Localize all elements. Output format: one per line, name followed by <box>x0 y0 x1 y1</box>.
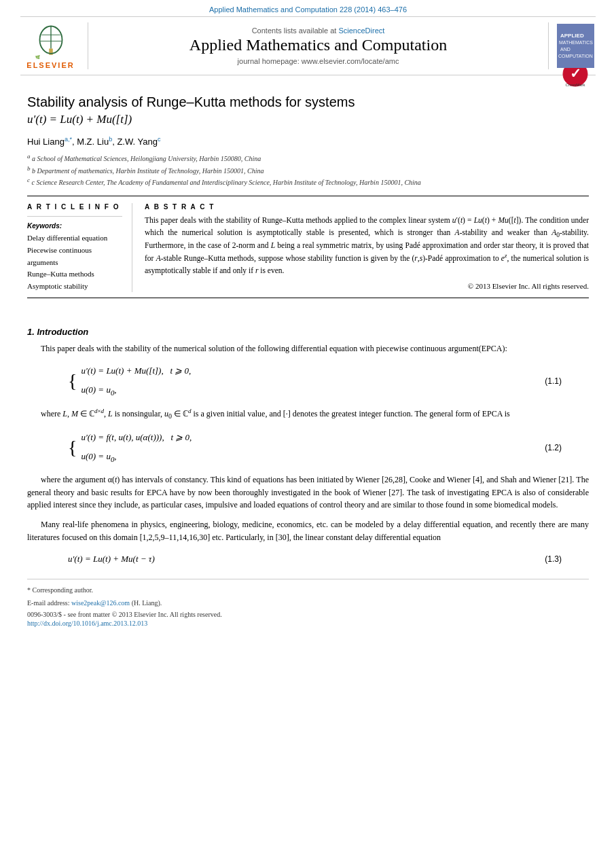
email-label: E-mail address: <box>27 599 69 607</box>
journal-ref-text: Applied Mathematics and Computation 228 … <box>209 5 407 14</box>
affiliation-a: a a School of Mathematical Sciences, Hei… <box>27 152 589 164</box>
footer-copyright: 0096-3003/$ - see front matter © 2013 El… <box>27 611 589 618</box>
amc-logo-icon: APPLIED MATHEMATICS AND COMPUTATION <box>557 24 594 68</box>
abstract-text: This paper deals with the stability of R… <box>145 215 589 276</box>
svg-text:COMPUTATION: COMPUTATION <box>558 54 593 58</box>
eq2-content: { u′(t) = f(t, u(t), u(α(t))), t ⩾ 0, u(… <box>68 429 562 467</box>
eq3-content: u′(t) = Lu(t) + Mu(t − τ) <box>68 550 562 568</box>
article-body: ✓ CrossMark Stability analysis of Runge–… <box>0 75 616 317</box>
keyword-1: Delay differential equation <box>27 232 122 245</box>
intro-para-2: where L, M ∈ ℂd×d, L is nonsingular, u0 … <box>27 407 589 422</box>
authors-line: Hui Lianga,*, M.Z. Liub, Z.W. Yangc <box>27 136 589 147</box>
svg-text:AND: AND <box>560 47 570 52</box>
svg-text:APPLIED: APPLIED <box>560 33 584 39</box>
eq2-lines: u′(t) = f(t, u(t), u(α(t))), t ⩾ 0, u(0)… <box>81 429 192 467</box>
abstract-copyright: © 2013 Elsevier Inc. All rights reserved… <box>145 282 589 290</box>
email-link[interactable]: wise2peak@126.com <box>71 599 130 607</box>
eq1-number: (1.1) <box>545 376 562 386</box>
equation-1-2: { u′(t) = f(t, u(t), u(α(t))), t ⩾ 0, u(… <box>68 429 562 467</box>
intro-para-3: where the argument α(t) has intervals of… <box>27 473 589 512</box>
article-title-math: u′(t) = Lu(t) + Mu([t]) <box>27 113 589 126</box>
eq2-line1: u′(t) = f(t, u(t), u(α(t))), t ⩾ 0, <box>81 429 192 446</box>
eq1-lines: u′(t) = Lu(t) + Mu([t]), t ⩾ 0, u(0) = u… <box>81 362 191 400</box>
divider-thick-2 <box>27 298 589 298</box>
affiliation-b: b b Department of mathematics, Harbin In… <box>27 164 589 176</box>
affiliations: a a School of Mathematical Sciences, Hei… <box>27 152 589 187</box>
footer-divider <box>27 579 589 579</box>
svg-text:MATHEMATICS: MATHEMATICS <box>559 40 593 45</box>
email-suffix: (H. Liang). <box>132 599 162 607</box>
contents-text: Contents lists available at <box>252 26 337 35</box>
eq2-number: (1.2) <box>545 443 562 452</box>
keywords-list: Delay differential equation Piecewise co… <box>27 232 122 292</box>
sciencedirect-line: Contents lists available at ScienceDirec… <box>252 26 385 35</box>
footer-doi[interactable]: http://dx.doi.org/10.1016/j.amc.2013.12.… <box>27 620 589 627</box>
intro-para-1: This paper deals with the stability of t… <box>27 342 589 355</box>
divider-thick <box>27 196 589 196</box>
eq1-system: { u′(t) = Lu(t) + Mu([t]), t ⩾ 0, u(0) =… <box>68 362 562 400</box>
keyword-2: Piecewise continuous arguments <box>27 245 122 268</box>
article-info-column: A R T I C L E I N F O Keywords: Delay di… <box>27 203 132 292</box>
affiliation-c: c c Science Research Center, The Academy… <box>27 176 589 187</box>
elsevier-tree-icon: 🌿 <box>31 22 71 60</box>
svg-text:CrossMark: CrossMark <box>565 83 585 87</box>
svg-rect-8 <box>557 24 594 68</box>
journal-title-block: Contents lists available at ScienceDirec… <box>95 22 541 69</box>
eq2-system: { u′(t) = f(t, u(t), u(α(t))), t ⩾ 0, u(… <box>68 429 562 467</box>
elsevier-logo: 🌿 ELSEVIER <box>20 22 88 69</box>
abstract-column: A B S T R A C T This paper deals with th… <box>145 203 589 292</box>
intro-para-4: Many real-life phenomena in physics, eng… <box>27 518 589 543</box>
article-info-title: A R T I C L E I N F O <box>27 203 122 211</box>
eq2-line2: u(0) = u0, <box>81 448 192 467</box>
article-title: Stability analysis of Runge–Kutta method… <box>27 94 589 110</box>
elsevier-brand-text: ELSEVIER <box>26 61 74 69</box>
keywords-label: Keywords: <box>27 222 122 230</box>
corresponding-text: * Corresponding author. <box>27 586 93 594</box>
equation-1-1: { u′(t) = Lu(t) + Mu([t]), t ⩾ 0, u(0) =… <box>68 362 562 400</box>
keyword-4: Asymptotic stability <box>27 281 122 293</box>
keyword-3: Runge–Kutta methods <box>27 268 122 281</box>
page-container: Applied Mathematics and Computation 228 … <box>0 0 616 841</box>
article-info-abstract: A R T I C L E I N F O Keywords: Delay di… <box>27 203 589 292</box>
footer-content: * Corresponding author. E-mail address: … <box>0 585 616 627</box>
eq1-line1: u′(t) = Lu(t) + Mu([t]), t ⩾ 0, <box>81 362 191 380</box>
info-divider <box>27 216 122 217</box>
eq1-line2: u(0) = u0, <box>81 381 191 400</box>
eq1-content: { u′(t) = Lu(t) + Mu([t]), t ⩾ 0, u(0) =… <box>68 362 562 400</box>
journal-homepage: journal homepage: www.elsevier.com/locat… <box>238 57 399 65</box>
journal-title: Applied Mathematics and Computation <box>189 36 447 54</box>
sciencedirect-link[interactable]: ScienceDirect <box>338 26 384 35</box>
abstract-title: A B S T R A C T <box>145 203 589 211</box>
amc-logo-svg: APPLIED MATHEMATICS AND COMPUTATION <box>557 24 594 68</box>
main-content: 1. Introduction This paper deals with th… <box>0 327 616 568</box>
equation-1-3: u′(t) = Lu(t) + Mu(t − τ) (1.3) <box>68 550 562 568</box>
journal-reference: Applied Mathematics and Computation 228 … <box>0 0 616 16</box>
journal-logo-right: APPLIED MATHEMATICS AND COMPUTATION <box>548 22 596 69</box>
email-note: E-mail address: wise2peak@126.com (H. Li… <box>27 598 589 608</box>
journal-header: 🌿 ELSEVIER Contents lists available at S… <box>20 16 596 75</box>
corresponding-note: * Corresponding author. <box>27 585 589 595</box>
section-1-title: 1. Introduction <box>27 327 589 337</box>
svg-text:🌿: 🌿 <box>35 54 40 60</box>
eq3-number: (1.3) <box>545 554 562 564</box>
